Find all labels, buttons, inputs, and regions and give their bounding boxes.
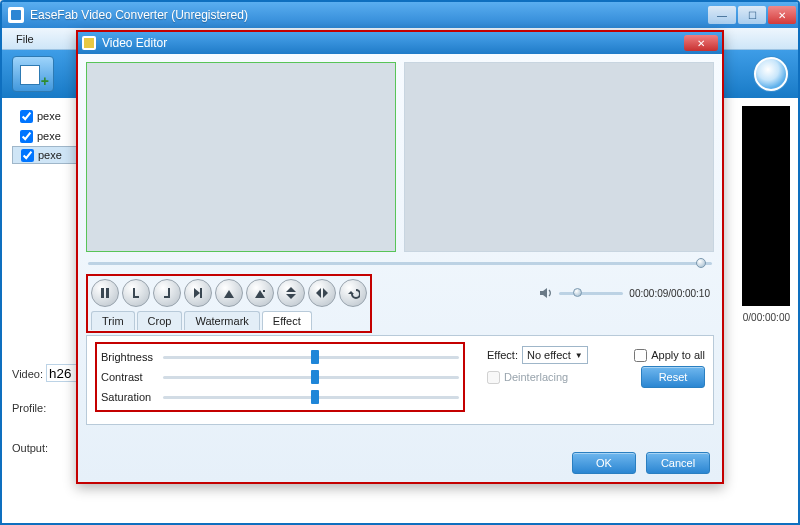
svg-marker-11 xyxy=(286,287,296,292)
saturation-label: Saturation xyxy=(101,391,163,403)
dialog-title: Video Editor xyxy=(102,36,684,50)
deinterlacing-checkbox: Deinterlacing xyxy=(487,371,568,384)
volume-thumb[interactable] xyxy=(573,288,582,297)
mark-out-button[interactable] xyxy=(153,279,181,307)
svg-marker-14 xyxy=(323,288,328,298)
maximize-button[interactable]: ☐ xyxy=(738,6,766,24)
main-window: EaseFab Video Converter (Unregistered) —… xyxy=(0,0,800,525)
playback-buttons-highlight: Trim Crop Watermark Effect xyxy=(86,274,372,333)
mark-in-button[interactable] xyxy=(122,279,150,307)
effect-label: Effect: xyxy=(487,349,518,361)
file-checkbox[interactable] xyxy=(21,149,34,162)
file-checkbox[interactable] xyxy=(20,130,33,143)
editor-tabs: Trim Crop Watermark Effect xyxy=(91,311,367,330)
tab-effect[interactable]: Effect xyxy=(262,311,312,330)
svg-marker-13 xyxy=(316,288,321,298)
playback-toolbar xyxy=(91,279,367,307)
flip-horizontal-button[interactable] xyxy=(308,279,336,307)
tab-trim[interactable]: Trim xyxy=(91,311,135,330)
svg-rect-7 xyxy=(200,288,202,298)
slider-thumb[interactable] xyxy=(311,370,319,384)
contrast-slider[interactable] xyxy=(163,376,459,379)
svg-marker-6 xyxy=(194,288,200,298)
rotate-right-button[interactable] xyxy=(246,279,274,307)
minimize-button[interactable]: — xyxy=(708,6,736,24)
volume-area: 00:00:09/00:00:10 xyxy=(539,286,710,300)
titlebar: EaseFab Video Converter (Unregistered) —… xyxy=(2,2,798,28)
dialog-footer: OK Cancel xyxy=(572,452,710,474)
slider-thumb[interactable] xyxy=(311,390,319,404)
reset-button[interactable]: Reset xyxy=(641,366,705,388)
svg-marker-15 xyxy=(540,288,547,298)
apply-all-input[interactable] xyxy=(634,349,647,362)
effect-select[interactable]: No effect ▼ xyxy=(522,346,588,364)
flip-vertical-button[interactable] xyxy=(277,279,305,307)
volume-icon xyxy=(539,286,553,300)
next-frame-button[interactable] xyxy=(184,279,212,307)
cancel-button[interactable]: Cancel xyxy=(646,452,710,474)
seek-thumb[interactable] xyxy=(696,258,706,268)
svg-rect-0 xyxy=(101,288,104,298)
app-logo-icon xyxy=(8,7,24,23)
close-button[interactable]: ✕ xyxy=(768,6,796,24)
brightness-row: Brightness xyxy=(101,347,459,367)
brightness-label: Brightness xyxy=(101,351,163,363)
svg-marker-12 xyxy=(286,294,296,299)
contrast-row: Contrast xyxy=(101,367,459,387)
file-name: pexe xyxy=(38,149,62,161)
dialog-titlebar: Video Editor ✕ xyxy=(78,32,722,54)
seek-track xyxy=(88,262,712,265)
deinterlacing-input xyxy=(487,371,500,384)
svg-rect-10 xyxy=(263,290,265,292)
svg-rect-3 xyxy=(133,296,139,298)
apply-all-checkbox[interactable]: Apply to all xyxy=(634,349,705,362)
seek-slider[interactable] xyxy=(88,258,712,268)
contrast-label: Contrast xyxy=(101,371,163,383)
undo-button[interactable] xyxy=(339,279,367,307)
add-video-button[interactable] xyxy=(12,56,54,92)
output-preview xyxy=(404,62,714,252)
preview-area xyxy=(86,62,714,252)
help-icon[interactable] xyxy=(754,57,788,91)
dialog-body: Trim Crop Watermark Effect 00:00:09/00:0… xyxy=(78,54,722,482)
effect-sliders-highlight: Brightness Contrast Saturation xyxy=(95,342,465,412)
volume-slider[interactable] xyxy=(559,292,623,295)
playback-time: 00:00:09/00:00:10 xyxy=(629,288,710,299)
tab-watermark[interactable]: Watermark xyxy=(184,311,259,330)
svg-rect-5 xyxy=(164,296,170,298)
brightness-slider[interactable] xyxy=(163,356,459,359)
file-checkbox[interactable] xyxy=(20,110,33,123)
file-name: pexe xyxy=(37,110,61,122)
dialog-icon xyxy=(82,36,96,50)
menu-file[interactable]: File xyxy=(8,31,42,47)
window-buttons: — ☐ ✕ xyxy=(708,6,796,24)
apply-all-label: Apply to all xyxy=(651,349,705,361)
chevron-down-icon: ▼ xyxy=(575,351,583,360)
effect-options: Effect: No effect ▼ Apply to all xyxy=(487,344,705,388)
deinterlacing-label: Deinterlacing xyxy=(504,371,568,383)
slider-thumb[interactable] xyxy=(311,350,319,364)
window-title: EaseFab Video Converter (Unregistered) xyxy=(30,8,708,22)
main-time: 0/00:00:00 xyxy=(743,312,790,323)
main-preview xyxy=(742,106,790,306)
video-label: Video: xyxy=(12,368,43,380)
effect-panel: Brightness Contrast Saturation Effect: xyxy=(86,335,714,425)
ok-button[interactable]: OK xyxy=(572,452,636,474)
file-name: pexe xyxy=(37,130,61,142)
pause-button[interactable] xyxy=(91,279,119,307)
tab-crop[interactable]: Crop xyxy=(137,311,183,330)
video-editor-dialog: Video Editor ✕ xyxy=(76,30,724,484)
rotate-left-button[interactable] xyxy=(215,279,243,307)
saturation-slider[interactable] xyxy=(163,396,459,399)
effect-select-value: No effect xyxy=(527,349,571,361)
svg-rect-1 xyxy=(106,288,109,298)
source-preview xyxy=(86,62,396,252)
svg-marker-8 xyxy=(224,290,234,298)
dialog-close-button[interactable]: ✕ xyxy=(684,35,718,51)
saturation-row: Saturation xyxy=(101,387,459,407)
